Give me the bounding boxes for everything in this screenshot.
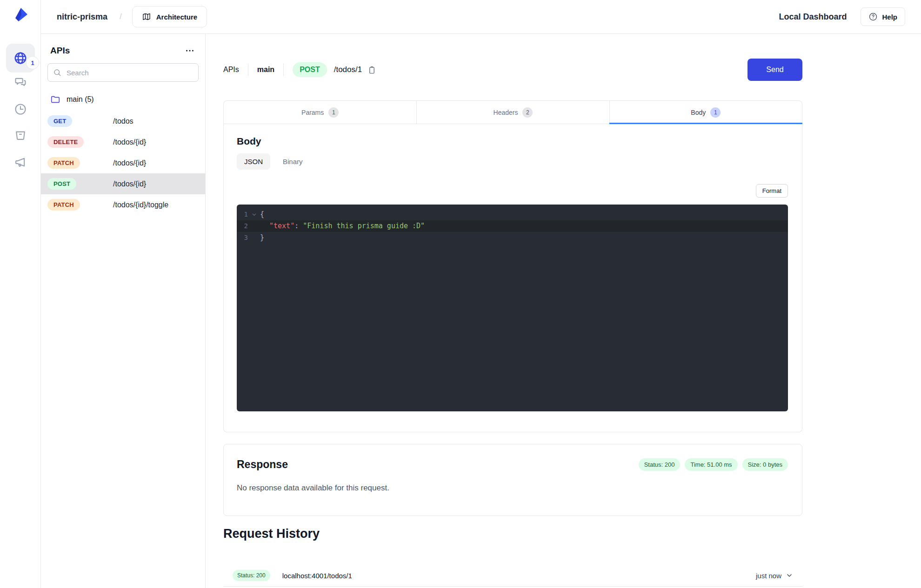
method-badge: POST: [47, 178, 76, 190]
api-folder-label: main (5): [67, 95, 94, 104]
history-url: localhost:4001/todos/1: [282, 572, 352, 580]
search-box: [47, 63, 199, 82]
more-menu-icon[interactable]: [185, 46, 195, 56]
breadcrumb-divider: /: [120, 12, 122, 21]
architecture-label: Architecture: [156, 13, 197, 21]
sidebar-item-storage[interactable]: [14, 128, 27, 141]
tab-headers[interactable]: Headers 2: [416, 101, 609, 124]
request-method-badge: POST: [293, 62, 327, 77]
send-button[interactable]: Send: [747, 59, 802, 81]
response-badges: Status: 200 Time: 51.00 ms Size: 0 bytes: [639, 458, 788, 471]
endpoint-path: /todos: [113, 117, 133, 126]
line-number: 2: [237, 220, 248, 232]
icon-rail: 1: [0, 0, 41, 588]
code-text: "text": "Finish this prisma guide :D": [260, 220, 425, 232]
code-line: 3 }: [237, 232, 788, 244]
endpoint-path: /todos/{id}: [113, 159, 146, 167]
folder-icon: [50, 94, 60, 105]
method-badge: DELETE: [47, 136, 84, 148]
megaphone-icon: [14, 156, 27, 169]
endpoint-row[interactable]: GET /todos: [41, 111, 205, 132]
endpoint-row[interactable]: PATCH /todos/{id}: [41, 152, 205, 173]
search-icon: [53, 68, 61, 77]
active-tab-indicator: [609, 123, 802, 124]
endpoint-row[interactable]: DELETE /todos/{id}: [41, 132, 205, 152]
apis-sidebar: APIs main (5) GET /todos DELETE /todos/{…: [41, 34, 206, 588]
search-input[interactable]: [47, 63, 199, 82]
line-number: 1: [237, 209, 248, 220]
sidebar-item-schedules[interactable]: [14, 103, 27, 116]
tab-label: Headers: [494, 109, 518, 116]
help-label: Help: [882, 13, 897, 21]
time-badge: Time: 51.00 ms: [685, 458, 737, 471]
endpoint-path: /todos/{id}: [113, 180, 146, 188]
mode-binary[interactable]: Binary: [283, 158, 303, 165]
help-button[interactable]: Help: [861, 7, 905, 26]
tab-label: Params: [301, 109, 324, 116]
history-status-badge: Status: 200: [233, 570, 270, 581]
method-badge: GET: [47, 115, 72, 127]
nitric-logo: [11, 6, 30, 25]
copy-path-icon[interactable]: [367, 65, 376, 75]
tab-count-badge: 1: [710, 107, 721, 118]
app: { "header": { "project": "nitric-prisma"…: [0, 0, 921, 588]
top-header: nitric-prisma / Architecture Local Dashb…: [41, 0, 921, 34]
tab-count-badge: 1: [328, 107, 339, 118]
endpoint-list: main (5) GET /todos DELETE /todos/{id} P…: [41, 90, 205, 215]
tab-body[interactable]: Body 1: [609, 101, 802, 124]
request-tabs: Params 1 Headers 2 Body 1: [223, 100, 802, 124]
question-circle-icon: [868, 12, 878, 21]
request-bar: APIs main POST /todos/1 Send: [223, 59, 802, 81]
map-icon: [142, 12, 151, 21]
tab-label: Body: [691, 109, 706, 116]
project-title: nitric-prisma: [57, 12, 107, 22]
apis-count-badge: 1: [27, 57, 39, 69]
header-right: Local Dashboard Help: [779, 7, 905, 26]
request-path: /todos/1: [334, 65, 362, 74]
size-badge: Size: 0 bytes: [742, 458, 788, 471]
history-timestamp: just now: [756, 572, 781, 580]
chat-bubbles-icon: [14, 76, 27, 89]
sidebar-item-websockets[interactable]: [14, 76, 27, 89]
format-button[interactable]: Format: [756, 184, 788, 198]
status-badge: Status: 200: [639, 458, 681, 471]
response-title: Response: [237, 458, 288, 471]
endpoint-row-selected[interactable]: POST /todos/{id}: [41, 173, 205, 194]
breadcrumb-api-name: main: [257, 66, 274, 74]
chevron-down-icon: [786, 572, 793, 579]
architecture-button[interactable]: Architecture: [132, 6, 207, 27]
code-line: 1 {: [237, 209, 788, 220]
dashboard-title: Local Dashboard: [779, 12, 847, 22]
breadcrumb-apis: APIs: [223, 66, 239, 74]
endpoint-path: /todos/{id}/toggle: [113, 201, 168, 209]
response-panel: Response Status: 200 Time: 51.00 ms Size…: [223, 444, 802, 516]
breadcrumb-separator: [283, 64, 284, 76]
body-mode-toggle: JSON Binary: [237, 153, 303, 170]
breadcrumb-separator: [248, 64, 248, 76]
fold-chevron-icon[interactable]: [248, 212, 260, 217]
body-panel: Body JSON Binary Format 1 { 2 "text": "F…: [223, 124, 802, 432]
request-history-title: Request History: [223, 527, 320, 541]
method-badge: PATCH: [47, 199, 80, 211]
mode-json[interactable]: JSON: [237, 153, 270, 170]
code-text: }: [260, 232, 264, 244]
json-editor[interactable]: 1 { 2 "text": "Finish this prisma guide …: [237, 205, 788, 411]
code-line-active: 2 "text": "Finish this prisma guide :D": [237, 220, 788, 232]
code-text: {: [260, 209, 264, 220]
sidebar-item-topics[interactable]: [14, 156, 27, 169]
history-expand-toggle[interactable]: just now: [756, 572, 793, 580]
globe-icon: [13, 51, 27, 65]
apis-panel-title: APIs: [50, 46, 70, 56]
body-panel-title: Body: [237, 136, 261, 147]
tab-params[interactable]: Params 1: [224, 101, 416, 124]
endpoint-row[interactable]: PATCH /todos/{id}/toggle: [41, 194, 205, 215]
line-number: 3: [237, 232, 248, 244]
bucket-icon: [14, 128, 27, 141]
history-row[interactable]: Status: 200 localhost:4001/todos/1 just …: [223, 565, 802, 587]
method-badge: PATCH: [47, 157, 80, 169]
response-empty-message: No response data available for this requ…: [224, 471, 802, 505]
endpoint-path: /todos/{id}: [113, 138, 146, 146]
tab-count-badge: 2: [522, 107, 533, 118]
api-folder[interactable]: main (5): [41, 90, 205, 111]
clock-icon: [14, 103, 27, 116]
